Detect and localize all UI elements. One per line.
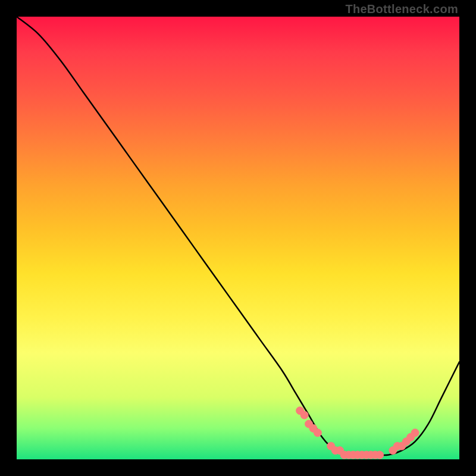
plot-area	[17, 17, 459, 459]
bottleneck-curve-path	[17, 17, 459, 455]
chart-svg	[17, 17, 459, 459]
highlight-marker	[376, 451, 384, 459]
attribution-text: TheBottleneck.com	[345, 2, 458, 16]
highlight-marker	[411, 429, 419, 437]
chart-frame: TheBottleneck.com	[0, 0, 476, 476]
highlight-marker	[314, 429, 321, 437]
bottleneck-curve	[17, 17, 459, 455]
highlight-marker	[300, 411, 308, 419]
